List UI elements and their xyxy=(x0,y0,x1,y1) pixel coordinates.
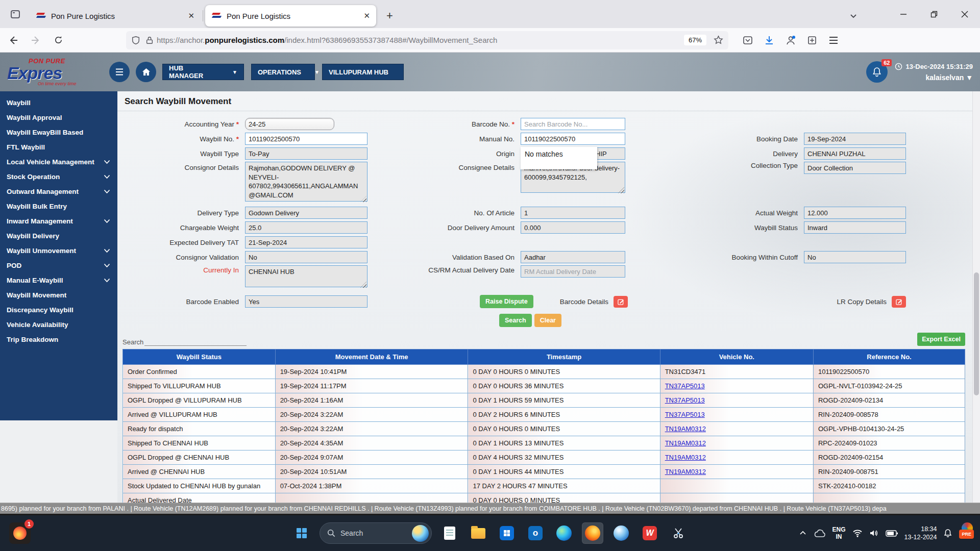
taskbar-app-file-explorer[interactable] xyxy=(468,522,489,544)
url-bar[interactable]: https://anchor.ponpurelogistics.com/inde… xyxy=(126,31,728,49)
corner-app-button[interactable]: 1 xyxy=(9,522,31,544)
sidebar-item-waybill-ewaybill-based[interactable]: Waybill EwayBill Based xyxy=(0,125,117,140)
language-indicator[interactable]: ENGIN xyxy=(832,526,846,540)
notifications-bell-icon[interactable] xyxy=(943,529,952,538)
tab-close-icon[interactable]: ✕ xyxy=(363,11,370,20)
sidebar-item-stock-operation[interactable]: Stock Operation xyxy=(0,169,117,184)
menu-icon[interactable] xyxy=(828,36,839,45)
col-vehicle-no[interactable]: Vehicle No. xyxy=(660,349,813,365)
taskbar-app-snipping[interactable] xyxy=(668,522,689,544)
table-search-input[interactable] xyxy=(144,338,247,346)
vehicle-link[interactable]: TN19AM0312 xyxy=(665,454,706,461)
col-movement-datetime[interactable]: Movement Date & Time xyxy=(275,349,468,365)
battery-icon[interactable] xyxy=(886,530,898,537)
start-button[interactable] xyxy=(291,522,312,544)
sidebar-item-waybill-delivery[interactable]: Waybill Delivery xyxy=(0,229,117,243)
notifications-button[interactable]: 62 xyxy=(866,61,888,83)
wifi-icon[interactable] xyxy=(852,529,863,537)
hub-label-box[interactable]: VILLUPURAM HUB xyxy=(322,64,404,80)
browser-tab-2-active[interactable]: Pon Pure Logistics ✕ xyxy=(205,5,376,27)
sidebar-item-discrepancy-waybill[interactable]: Discrepancy Waybill xyxy=(0,303,117,317)
currently-in-textarea[interactable]: CHENNAI HUB xyxy=(245,265,368,287)
home-button[interactable] xyxy=(136,62,156,82)
vehicle-link[interactable]: TN19AM0312 xyxy=(665,425,706,433)
zoom-level-badge[interactable]: 67% xyxy=(684,35,706,45)
hidden-icons-chevron[interactable] xyxy=(799,529,807,537)
raise-dispute-button[interactable]: Raise Dispute xyxy=(480,295,533,308)
col-waybill-status[interactable]: Waybill Status xyxy=(123,349,276,365)
extensions-icon[interactable] xyxy=(807,35,817,45)
snipping-tool-icon xyxy=(672,527,685,540)
taskbar-app-edge[interactable] xyxy=(553,522,575,544)
scrollbar-thumb[interactable] xyxy=(974,272,979,396)
taskbar-app-firefox-active[interactable] xyxy=(582,522,603,544)
search-button[interactable]: Search xyxy=(499,314,532,327)
vehicle-link[interactable]: TN19AM0312 xyxy=(665,468,706,475)
back-button[interactable] xyxy=(4,31,22,49)
volume-icon[interactable] xyxy=(869,529,879,537)
accounting-year-input[interactable] xyxy=(245,118,334,130)
role-dropdown[interactable]: HUB MANAGER▼ xyxy=(162,64,244,80)
download-icon[interactable] xyxy=(764,35,774,45)
shield-icon[interactable] xyxy=(131,36,140,45)
waybill-no-input[interactable] xyxy=(245,133,368,145)
manual-no-input[interactable] xyxy=(521,133,625,145)
sidebar-item-manual-e-waybill[interactable]: Manual E-Waybill xyxy=(0,273,117,288)
pocket-icon[interactable] xyxy=(743,35,753,45)
module-dropdown[interactable]: OPERATIONS▼ xyxy=(251,64,315,80)
list-all-tabs-button[interactable] xyxy=(849,12,857,20)
taskbar-search[interactable]: Search xyxy=(320,522,432,544)
clear-button[interactable]: Clear xyxy=(534,314,561,327)
module-dropdown-value: OPERATIONS xyxy=(258,68,301,76)
sidebar-item-inward-management[interactable]: Inward Management xyxy=(0,214,117,229)
lr-copy-details-edit-button[interactable] xyxy=(892,296,906,308)
window-close-button[interactable] xyxy=(949,2,980,27)
new-tab-button[interactable]: + xyxy=(382,9,397,22)
col-reference-no[interactable]: Reference No. xyxy=(813,349,965,365)
screen-recorder-tray[interactable]: PRE xyxy=(959,529,974,538)
taskbar-app-wps[interactable]: W xyxy=(639,522,660,544)
sidebar-item-ftl-waybill[interactable]: FTL Waybill xyxy=(0,140,117,155)
account-icon[interactable] xyxy=(786,35,796,45)
taskbar-app-orb[interactable] xyxy=(610,522,632,544)
page-scrollbar[interactable] xyxy=(972,91,980,503)
forward-button[interactable] xyxy=(27,31,45,49)
window-minimize-button[interactable] xyxy=(888,2,919,27)
sidebar-item-local-vehicle-management[interactable]: Local Vehicle Management xyxy=(0,155,117,169)
lock-icon[interactable] xyxy=(145,36,154,45)
firefox-view-button[interactable] xyxy=(6,5,24,23)
vehicle-link[interactable]: TN37AP5013 xyxy=(665,411,705,418)
window-restore-button[interactable] xyxy=(919,2,949,27)
sidebar-item-waybill-approval[interactable]: Waybill Approval xyxy=(0,110,117,125)
col-timestamp[interactable]: Timestamp xyxy=(468,349,660,365)
sidebar-item-trip-breakdown[interactable]: Trip Breakdown xyxy=(0,332,117,347)
sidebar-item-waybill[interactable]: Waybill xyxy=(0,95,117,110)
taskbar-app-outlook[interactable]: o xyxy=(525,522,546,544)
consignor-details-textarea[interactable]: Rajmohan,GODOWN DELIVERY @ NEYVELI-60780… xyxy=(245,162,368,202)
weather-icon[interactable] xyxy=(412,525,429,542)
sidebar-item-pod[interactable]: POD xyxy=(0,258,117,273)
vehicle-link[interactable]: TN19AM0312 xyxy=(665,439,706,447)
tab-close-icon[interactable]: ✕ xyxy=(188,11,194,20)
reload-button[interactable] xyxy=(49,31,67,49)
hamburger-menu-button[interactable] xyxy=(109,62,130,82)
browser-tab-1[interactable]: Pon Pure Logistics ✕ xyxy=(30,5,201,27)
user-menu[interactable]: kalaiselvan ▼ xyxy=(926,73,973,82)
barcode-no-input[interactable] xyxy=(521,118,625,130)
sidebar-item-outward-management[interactable]: Outward Management xyxy=(0,184,117,199)
sidebar-item-waybill-movement[interactable]: Waybill Movement xyxy=(0,288,117,303)
onedrive-cloud-icon[interactable] xyxy=(814,529,826,538)
vehicle-link[interactable]: TN37AP5013 xyxy=(665,396,705,404)
taskbar-app-store[interactable] xyxy=(496,522,518,544)
pre-badge: PRE xyxy=(959,530,974,539)
export-excel-button[interactable]: Export Excel xyxy=(917,333,965,346)
vehicle-cell: TN37AP5013 xyxy=(660,379,813,393)
sidebar-item-waybill-bulk-entry[interactable]: Waybill Bulk Entry xyxy=(0,199,117,214)
bookmark-star-icon[interactable] xyxy=(714,35,723,45)
taskbar-app-notepad[interactable] xyxy=(439,522,460,544)
sidebar-item-vehicle-availability[interactable]: Vehicle Availability xyxy=(0,317,117,332)
barcode-details-edit-button[interactable] xyxy=(614,296,628,308)
vehicle-link[interactable]: TN37AP5013 xyxy=(665,382,705,390)
taskbar-clock[interactable]: 18:34 13-12-2024 xyxy=(904,525,937,541)
sidebar-item-waybill-unmovement[interactable]: Waybill Unmovement xyxy=(0,243,117,258)
